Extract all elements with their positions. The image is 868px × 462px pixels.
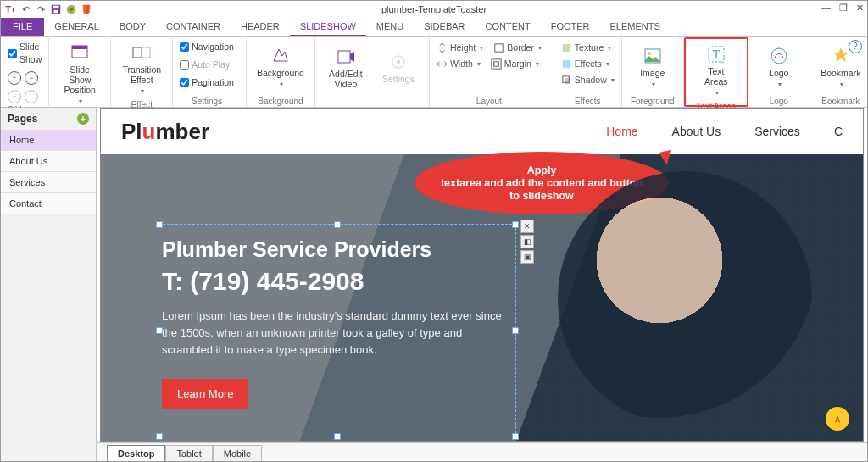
video-settings-button[interactable]: Settings bbox=[375, 50, 422, 86]
svg-text:T: T bbox=[712, 48, 720, 61]
site-nav: Home About Us Services C bbox=[606, 125, 843, 138]
tab-footer[interactable]: FOOTER bbox=[541, 18, 600, 36]
group-text-areas: T Text Areas Text Areas bbox=[684, 37, 748, 107]
close-button[interactable]: ✕ bbox=[856, 3, 864, 14]
maximize-button[interactable]: ❐ bbox=[839, 3, 848, 14]
checkbox-slideshow-label: Slide Show bbox=[19, 41, 42, 66]
help-button[interactable]: ? bbox=[849, 40, 862, 53]
add-edit-video-button[interactable]: Add/Edit Video bbox=[322, 45, 370, 91]
svg-rect-15 bbox=[563, 44, 570, 52]
learn-more-button[interactable]: Learn More bbox=[162, 379, 248, 409]
svg-rect-14 bbox=[493, 62, 498, 67]
handle-r[interactable] bbox=[512, 327, 519, 334]
handle-tr[interactable] bbox=[512, 221, 519, 228]
handle-bl[interactable] bbox=[156, 433, 163, 440]
title-bar: TT ↶ ↷ plumber-TemplateToaster — ❐ ✕ bbox=[1, 1, 867, 18]
image-label: Image bbox=[640, 68, 665, 78]
hero-slideshow[interactable]: Apply textarea and add the content and b… bbox=[101, 154, 863, 441]
border-label: Border bbox=[507, 41, 534, 55]
texture-label: Texture bbox=[575, 41, 604, 55]
tab-header[interactable]: HEADER bbox=[231, 18, 290, 36]
width-button[interactable]: Width bbox=[437, 57, 481, 71]
text-areas-button[interactable]: T Text Areas bbox=[693, 42, 740, 100]
logo-button[interactable]: Logo bbox=[755, 44, 803, 92]
pages-panel: Pages + Home About Us Services Contact bbox=[1, 108, 97, 461]
svg-rect-7 bbox=[133, 47, 142, 58]
annotation-callout: Apply textarea and add the content and b… bbox=[415, 152, 669, 214]
tab-menu[interactable]: MENU bbox=[366, 18, 414, 36]
nav-about[interactable]: About Us bbox=[672, 125, 721, 138]
checkbox-pagination[interactable]: Pagination bbox=[180, 76, 234, 89]
tab-slideshow[interactable]: SLIDESHOW bbox=[290, 18, 366, 36]
effects-button[interactable]: Effects bbox=[561, 57, 609, 71]
view-mobile[interactable]: Mobile bbox=[213, 445, 262, 461]
tab-content[interactable]: CONTENT bbox=[476, 18, 541, 36]
tab-container[interactable]: CONTAINER bbox=[156, 18, 231, 36]
checkbox-pagination-label: Pagination bbox=[192, 76, 234, 89]
logo-post: mber bbox=[155, 119, 209, 144]
add-icon[interactable]: + bbox=[8, 71, 21, 85]
scroll-top-button[interactable]: ∧ bbox=[826, 407, 849, 431]
slideshow-position-button[interactable]: Slide Show Position bbox=[56, 41, 103, 109]
checkbox-autoplay-label: Auto Play bbox=[192, 58, 230, 71]
handle-b[interactable] bbox=[334, 433, 341, 440]
group-settings: Navigation Auto Play Pagination Settings bbox=[173, 37, 247, 107]
checkbox-slideshow[interactable]: Slide Show bbox=[8, 41, 42, 66]
nav-more[interactable]: C bbox=[834, 125, 843, 138]
site-logo: Plumber bbox=[121, 119, 209, 145]
selection-layer-icon[interactable]: ◧ bbox=[520, 235, 534, 248]
page-item-services[interactable]: Services bbox=[1, 172, 96, 193]
checkbox-navigation-label: Navigation bbox=[192, 41, 234, 53]
tab-body[interactable]: BODY bbox=[109, 18, 156, 36]
group-label-settings: Settings bbox=[192, 95, 222, 106]
border-button[interactable]: Border bbox=[493, 41, 542, 55]
transition-effect-button[interactable]: Transition Effect bbox=[118, 41, 165, 98]
page-item-contact[interactable]: Contact bbox=[1, 193, 96, 214]
remove-icon-2[interactable]: − bbox=[25, 90, 38, 103]
handle-t[interactable] bbox=[334, 221, 341, 228]
text-areas-label: Text Areas bbox=[704, 66, 727, 86]
slide-textarea[interactable]: Plumber Service Providers T: (719) 445-2… bbox=[162, 237, 509, 409]
group-label-logo: Logo bbox=[770, 95, 788, 106]
add-icon-2[interactable]: + bbox=[8, 90, 21, 103]
group-video: Add/Edit Video Settings bbox=[315, 37, 430, 107]
slide-heading-1: T: (719) 445-2908 bbox=[162, 267, 509, 296]
width-label: Width bbox=[450, 57, 473, 71]
svg-rect-13 bbox=[492, 59, 501, 69]
view-desktop[interactable]: Desktop bbox=[107, 445, 165, 461]
minimize-button[interactable]: — bbox=[821, 3, 831, 14]
selection-toolbar: ✕ ◧ ▣ bbox=[520, 220, 532, 264]
remove-icon[interactable]: − bbox=[25, 71, 38, 85]
tab-file[interactable]: FILE bbox=[1, 18, 44, 36]
page-item-home[interactable]: Home bbox=[1, 130, 96, 151]
image-button[interactable]: Image bbox=[629, 44, 676, 92]
handle-tl[interactable] bbox=[156, 221, 163, 228]
transition-effect-label: Transition Effect bbox=[122, 64, 161, 85]
tab-sidebar[interactable]: SIDEBAR bbox=[414, 18, 475, 36]
logo-mid: u bbox=[142, 119, 156, 144]
add-page-button[interactable]: + bbox=[77, 113, 89, 125]
checkbox-navigation[interactable]: Navigation bbox=[180, 41, 234, 53]
tab-general[interactable]: GENERAL bbox=[44, 18, 109, 36]
design-canvas[interactable]: Plumber Home About Us Services C Apply t… bbox=[100, 108, 864, 442]
page-item-about[interactable]: About Us bbox=[1, 151, 96, 172]
nav-services[interactable]: Services bbox=[754, 125, 800, 138]
group-label-effects: Effects bbox=[575, 95, 600, 106]
handle-br[interactable] bbox=[512, 433, 519, 440]
background-button[interactable]: Background bbox=[253, 44, 308, 92]
selection-close-icon[interactable]: ✕ bbox=[520, 220, 534, 233]
window-title: plumber-TemplateToaster bbox=[1, 4, 867, 14]
nav-home[interactable]: Home bbox=[606, 125, 637, 138]
checkbox-autoplay[interactable]: Auto Play bbox=[180, 58, 230, 71]
height-button[interactable]: Height bbox=[437, 41, 483, 55]
shadow-label: Shadow bbox=[575, 73, 607, 87]
tab-elements[interactable]: ELEMENTS bbox=[600, 18, 670, 36]
texture-button[interactable]: Texture bbox=[561, 41, 611, 55]
view-tablet[interactable]: Tablet bbox=[165, 445, 212, 461]
viewport-tabs: Desktop Tablet Mobile bbox=[97, 442, 867, 461]
window-controls: — ❐ ✕ bbox=[821, 3, 864, 14]
selection-center-icon[interactable]: ▣ bbox=[520, 250, 534, 264]
shadow-button[interactable]: Shadow bbox=[561, 73, 615, 87]
svg-rect-16 bbox=[563, 60, 570, 68]
margin-button[interactable]: Margin bbox=[491, 57, 539, 71]
